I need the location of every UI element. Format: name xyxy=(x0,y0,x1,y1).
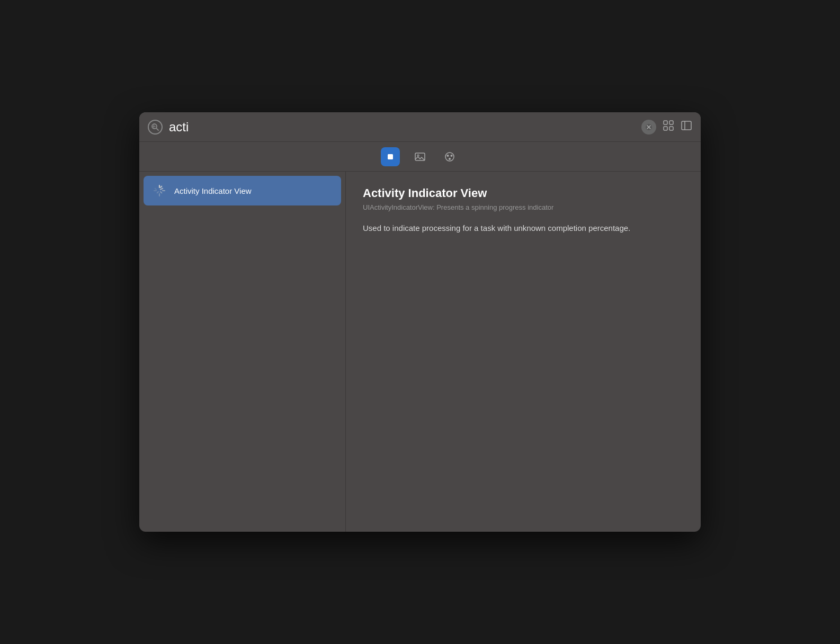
list-item[interactable]: Activity Indicator View xyxy=(144,176,341,205)
svg-line-25 xyxy=(160,192,162,193)
activity-indicator-icon xyxy=(152,183,167,198)
detail-subtitle: UIActivityIndicatorView: Presents a spin… xyxy=(363,203,684,211)
svg-rect-11 xyxy=(682,121,691,130)
search-input-wrap xyxy=(169,120,635,135)
svg-point-16 xyxy=(417,155,419,156)
component-filter-button[interactable] xyxy=(381,147,400,166)
close-button[interactable] xyxy=(641,120,656,135)
main-window: Activity Indicator View Activity Indicat… xyxy=(139,112,701,532)
svg-rect-8 xyxy=(669,121,673,124)
svg-rect-10 xyxy=(669,127,673,130)
detail-title: Activity Indicator View xyxy=(363,186,684,200)
svg-line-22 xyxy=(160,186,162,187)
image-filter-button[interactable] xyxy=(410,147,430,166)
list-item-label: Activity Indicator View xyxy=(174,186,252,195)
main-content: Activity Indicator View Activity Indicat… xyxy=(139,172,701,532)
style-filter-button[interactable] xyxy=(440,147,459,166)
svg-line-23 xyxy=(160,189,163,190)
svg-point-20 xyxy=(449,158,451,160)
svg-rect-9 xyxy=(664,127,667,130)
svg-rect-7 xyxy=(664,121,667,124)
grid-view-icon[interactable] xyxy=(663,120,674,134)
svg-point-19 xyxy=(451,155,453,157)
detail-panel: Activity Indicator View UIActivityIndica… xyxy=(346,172,701,532)
svg-line-27 xyxy=(157,192,158,193)
sidebar: Activity Indicator View xyxy=(139,172,346,532)
svg-line-29 xyxy=(155,189,156,190)
titlebar xyxy=(139,112,701,142)
search-input[interactable] xyxy=(169,120,635,135)
search-icon xyxy=(148,120,163,135)
toolbar xyxy=(139,142,701,172)
svg-point-18 xyxy=(447,155,449,157)
detail-description: Used to indicate processing for a task w… xyxy=(363,222,684,235)
svg-line-1 xyxy=(156,128,158,130)
svg-rect-14 xyxy=(388,154,393,159)
sidebar-toggle-icon[interactable] xyxy=(681,120,692,134)
titlebar-actions xyxy=(641,120,692,135)
